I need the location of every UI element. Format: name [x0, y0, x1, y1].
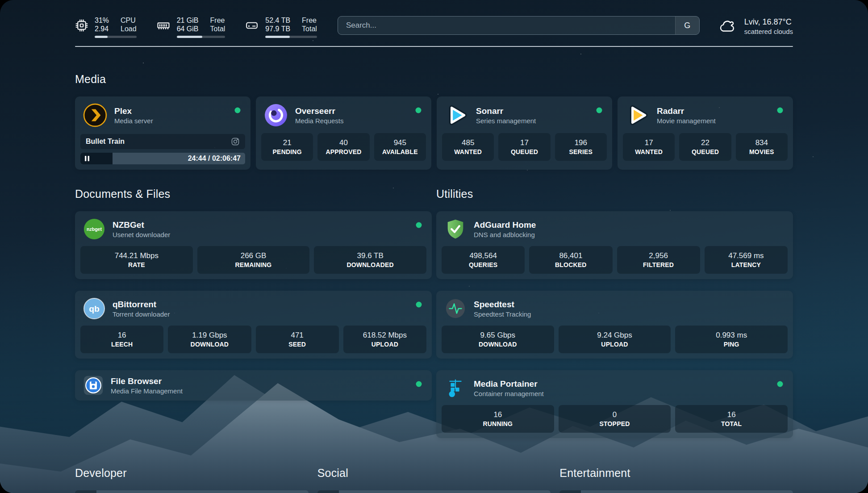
status-online-dot: [234, 107, 241, 113]
bookmark-abbr: GH: [75, 490, 96, 493]
memory-total-label: Total: [210, 25, 225, 33]
app-name: qBittorrent: [113, 299, 170, 310]
section-documents: Documents & Files nzbget NZBGet Usenet d: [75, 188, 432, 401]
overseerr-icon: [264, 103, 288, 127]
section-title-social: Social: [317, 467, 551, 480]
stat-available: 945 AVAILABLE: [374, 133, 426, 161]
app-card-overseerr[interactable]: Overseerr Media Requests 21 PENDING: [256, 96, 431, 170]
search-bar: G: [338, 16, 700, 35]
stat-blocked: 86,401 BLOCKED: [529, 246, 612, 274]
stat-movies: 834 MOVIES: [736, 133, 788, 161]
video-icon: [231, 137, 240, 146]
cpu-label: CPU: [121, 16, 137, 25]
app-subtitle: Media File Management: [111, 387, 183, 395]
status-online-dot: [777, 107, 783, 113]
search-engine-button[interactable]: G: [675, 17, 699, 34]
status-online-dot: [777, 381, 783, 387]
section-title-entertainment: Entertainment: [559, 467, 793, 480]
disk-free-label: Free: [302, 16, 317, 25]
app-subtitle: Media server: [114, 117, 153, 125]
cpu-stat: 31% 2.94 CPU Load: [75, 16, 137, 38]
memory-progress-bar: [177, 36, 225, 38]
app-card-plex[interactable]: Plex Media server Bullet Train: [75, 96, 250, 170]
app-card-qbittorrent[interactable]: qb qBittorrent Torrent downloader: [75, 291, 432, 359]
bookmark-youtube[interactable]: YT YouTube youtube.com: [559, 490, 793, 493]
stat-rate: 744.21 Mbps RATE: [80, 246, 193, 274]
stat-upload: 618.52 Mbps UPLOAD: [343, 326, 426, 353]
app-card-filebrowser[interactable]: File Browser Media File Management: [75, 370, 432, 401]
section-developer: Developer GH Github github.com SO StackO…: [75, 467, 309, 493]
app-card-adguard[interactable]: AdGuard Home DNS and adblocking 498,564 …: [436, 211, 793, 279]
plex-icon: [83, 103, 107, 127]
cpu-load-value: 2.94: [95, 25, 109, 33]
cpu-percent: 31%: [95, 16, 109, 25]
now-playing-title: Bullet Train: [86, 138, 125, 146]
disk-free-value: 52.4 TB: [265, 16, 290, 25]
app-card-nzbget[interactable]: nzbget NZBGet Usenet downloader: [75, 211, 432, 279]
app-card-portainer[interactable]: Media Portainer Container management 16 …: [436, 370, 793, 438]
section-title-documents: Documents & Files: [75, 188, 432, 201]
stat-upload: 9.24 Gbps UPLOAD: [559, 326, 671, 353]
stat-approved: 40 APPROVED: [317, 133, 369, 161]
app-subtitle: DNS and adblocking: [474, 230, 536, 239]
bookmark-github[interactable]: GH Github github.com: [75, 490, 309, 493]
stat-series: 196 SERIES: [555, 133, 607, 161]
adguard-icon: [444, 218, 467, 240]
stat-filtered: 2,956 FILTERED: [617, 246, 700, 274]
status-online-dot: [596, 107, 602, 113]
memory-total-value: 64 GiB: [177, 25, 199, 33]
app-card-sonarr[interactable]: Sonarr Series management 485 WANTED: [437, 96, 612, 170]
section-utilities: Utilities: [436, 188, 793, 438]
stat-queued: 22 QUEUED: [679, 133, 731, 161]
stat-downloaded: 39.6 TB DOWNLOADED: [314, 246, 426, 274]
playback-time: 24:44 / 02:06:47: [188, 155, 241, 163]
app-name: AdGuard Home: [474, 220, 536, 230]
app-card-radarr[interactable]: Radarr Movie management 17 WANTED: [618, 96, 793, 170]
app-subtitle: Torrent downloader: [113, 310, 170, 318]
stat-wanted: 485 WANTED: [442, 133, 494, 161]
dashboard-page: 31% 2.94 CPU Load: [0, 0, 868, 493]
weather-location-temp: Lviv, 16.87°C: [744, 17, 793, 27]
app-subtitle: Container management: [474, 389, 544, 398]
stat-pending: 21 PENDING: [261, 133, 313, 161]
nzbget-icon: nzbget: [83, 218, 105, 240]
stat-latency: 47.569 ms LATENCY: [705, 246, 788, 274]
disk-progress-bar: [265, 36, 317, 38]
weather-widget: Lviv, 16.87°C scattered clouds: [718, 16, 793, 36]
app-subtitle: Media Requests: [295, 117, 343, 125]
stat-remaining: 266 GB REMAINING: [197, 246, 310, 274]
search-input[interactable]: [338, 17, 675, 34]
stat-queued: 17 QUEUED: [498, 133, 550, 161]
ram-icon: [156, 19, 171, 32]
stat-wanted: 17 WANTED: [623, 133, 675, 161]
stat-total: 16 TOTAL: [675, 405, 788, 433]
stat-ping: 0.993 ms PING: [675, 326, 788, 353]
app-name: Sonarr: [476, 106, 536, 117]
stat-download: 1.19 Gbps DOWNLOAD: [168, 326, 251, 353]
stat-running: 16 RUNNING: [442, 405, 554, 433]
pause-icon[interactable]: [85, 156, 89, 161]
section-title-media: Media: [75, 73, 793, 86]
header-divider: [75, 46, 793, 47]
playback-progress-bar[interactable]: 24:44 / 02:06:47: [80, 153, 245, 164]
app-card-speedtest[interactable]: Speedtest Speedtest Tracking 9.65 Gbps D…: [436, 291, 793, 359]
sonarr-icon: [445, 103, 469, 127]
speedtest-icon: [444, 297, 467, 320]
cpu-load-label: Load: [121, 25, 137, 33]
cloud-icon: [718, 18, 737, 34]
filebrowser-icon: [83, 375, 104, 396]
section-title-utilities: Utilities: [436, 188, 793, 201]
app-name: Speedtest: [474, 299, 531, 310]
app-subtitle: Movie management: [657, 117, 716, 125]
app-subtitle: Speedtest Tracking: [474, 310, 531, 318]
status-online-dot: [416, 381, 422, 387]
status-online-dot: [416, 222, 422, 228]
bookmark-abbr: LI: [317, 490, 339, 493]
bookmark-linkedin[interactable]: LI LinkedIn linkedin.com: [317, 490, 551, 493]
app-name: Radarr: [657, 106, 716, 117]
section-entertainment: Entertainment YT YouTube youtube.com NF …: [559, 467, 793, 493]
svg-text:nzbget: nzbget: [87, 226, 102, 232]
section-title-developer: Developer: [75, 467, 309, 480]
cpu-progress-bar: [95, 36, 137, 38]
memory-stat: 21 GiB 64 GiB Free Total: [156, 16, 225, 38]
